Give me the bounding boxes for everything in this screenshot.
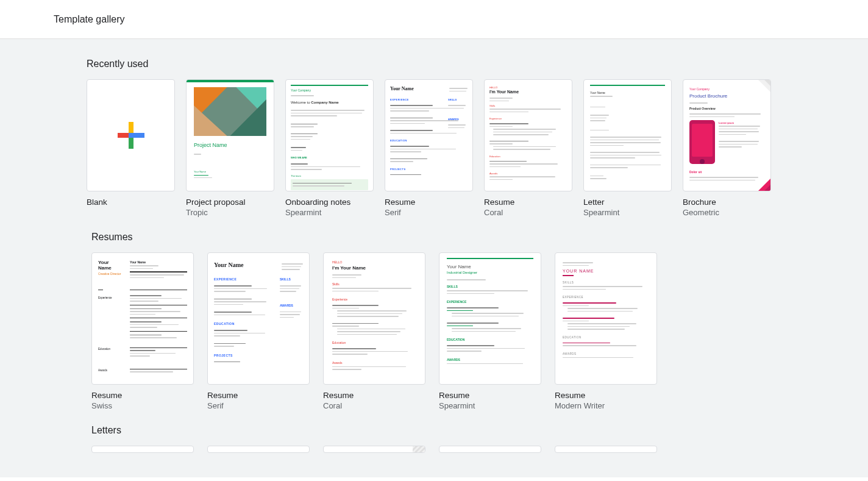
section-title: Resumes — [91, 232, 781, 243]
template-row — [91, 446, 781, 453]
plus-icon — [118, 122, 144, 149]
template-card-letter-5[interactable] — [555, 446, 657, 453]
template-title: Resume — [323, 391, 425, 400]
template-title: Resume — [91, 391, 194, 400]
template-title: Blank — [87, 198, 175, 207]
template-thumb: YourName Creative Director Your Name — [91, 252, 194, 385]
template-card-resume-coral-wide[interactable]: HELLO I'm Your Name Skills Experience — [323, 252, 425, 410]
template-thumb: HELLO I'm Your Name Skills Experience — [484, 79, 572, 191]
template-card-resume-swiss[interactable]: YourName Creative Director Your Name — [91, 252, 194, 410]
template-title: Letter — [583, 198, 672, 207]
template-title: Resume — [207, 391, 310, 400]
template-card-letter-1[interactable] — [91, 446, 194, 453]
template-subtitle: Serif — [207, 401, 310, 410]
template-subtitle: Swiss — [91, 401, 194, 410]
template-subtitle: Spearmint — [583, 208, 672, 217]
template-subtitle: Spearmint — [285, 208, 374, 217]
template-subtitle: Tropic — [186, 208, 274, 217]
section-title: Letters — [91, 425, 781, 436]
section-resumes: Resumes YourName Creative Director Your … — [0, 232, 868, 410]
template-title: Onboarding notes — [285, 198, 374, 207]
template-thumb — [87, 79, 175, 191]
template-card-blank[interactable]: Blank — [87, 79, 175, 217]
template-thumb: Your Name EXPERIENCE — [385, 79, 473, 191]
template-thumb: Your Company Welcome to Company Name — [285, 79, 374, 191]
template-subtitle: Spearmint — [439, 401, 541, 410]
template-thumb — [555, 446, 657, 453]
header: Template gallery — [0, 0, 868, 39]
section-title: Recently used — [87, 59, 781, 69]
section-letters: Letters — [0, 425, 868, 453]
svg-rect-1 — [129, 138, 133, 149]
template-card-resume-serif-wide[interactable]: Your Name EXPERIENCE — [207, 252, 310, 410]
template-subtitle: Coral — [484, 208, 572, 217]
template-title: Resume — [385, 198, 473, 207]
template-thumb: YOUR NAME SKILLS EXPERIENCE — [555, 252, 657, 385]
template-card-project-proposal-tropic[interactable]: Project Name Your Name Project proposal … — [186, 79, 274, 217]
template-card-letter-4[interactable] — [439, 446, 541, 453]
template-title: Resume — [484, 198, 572, 207]
content-area: Recently used Blank — [0, 39, 868, 477]
template-row: YourName Creative Director Your Name — [91, 252, 781, 410]
template-thumb: Project Name Your Name — [186, 79, 274, 191]
template-thumb — [207, 446, 310, 453]
template-thumb: Your Company Product Brochure Product Ov… — [683, 79, 771, 191]
template-thumb: Your Name EXPERIENCE — [207, 252, 310, 385]
template-card-brochure-geometric[interactable]: Your Company Product Brochure Product Ov… — [683, 79, 771, 217]
template-card-onboarding-notes-spearmint[interactable]: Your Company Welcome to Company Name — [285, 79, 374, 217]
template-thumb — [91, 446, 194, 453]
template-card-letter-2[interactable] — [207, 446, 310, 453]
template-thumb: Your Name Industrial Designer SKILLS EXP… — [439, 252, 541, 385]
template-title: Brochure — [683, 198, 771, 207]
template-card-resume-modern-writer-wide[interactable]: YOUR NAME SKILLS EXPERIENCE — [555, 252, 657, 410]
template-title: Resume — [555, 391, 657, 400]
template-thumb — [439, 446, 541, 453]
template-thumb — [323, 446, 425, 453]
section-recently-used: Recently used Blank — [0, 59, 868, 217]
template-card-resume-coral[interactable]: HELLO I'm Your Name Skills Experience — [484, 79, 572, 217]
svg-rect-3 — [133, 133, 144, 138]
template-card-letter-spearmint[interactable]: Your Name — [583, 79, 672, 217]
template-subtitle: Geometric — [683, 208, 771, 217]
template-subtitle: Serif — [385, 208, 473, 217]
template-thumb: Your Name — [583, 79, 672, 191]
page-title: Template gallery — [54, 14, 125, 25]
template-title: Project proposal — [186, 198, 274, 207]
svg-rect-0 — [129, 122, 133, 133]
template-card-resume-serif[interactable]: Your Name EXPERIENCE — [385, 79, 473, 217]
template-card-resume-spearmint-wide[interactable]: Your Name Industrial Designer SKILLS EXP… — [439, 252, 541, 410]
svg-rect-4 — [129, 133, 133, 138]
svg-rect-2 — [118, 133, 129, 138]
template-subtitle: Modern Writer — [555, 401, 657, 410]
template-title: Resume — [439, 391, 541, 400]
template-subtitle: Coral — [323, 401, 425, 410]
template-thumb: HELLO I'm Your Name Skills Experience — [323, 252, 425, 385]
template-row: Blank Project Name — [87, 79, 781, 217]
template-card-letter-3[interactable] — [323, 446, 425, 453]
